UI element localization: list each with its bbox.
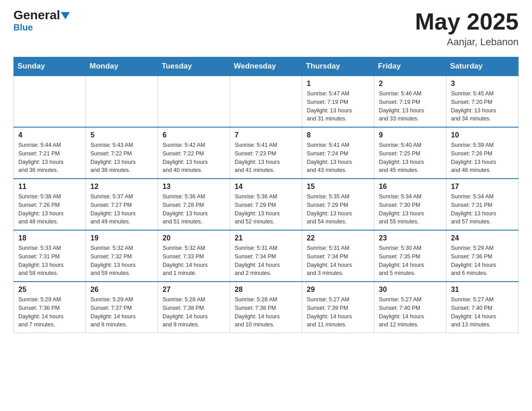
day-info: Sunrise: 5:27 AMSunset: 7:40 PMDaylight:… (379, 295, 442, 329)
calendar-header: SundayMondayTuesdayWednesdayThursdayFrid… (14, 57, 519, 76)
day-info: Sunrise: 5:36 AMSunset: 7:29 PMDaylight:… (235, 193, 297, 226)
calendar-day-cell: 19Sunrise: 5:32 AMSunset: 7:32 PMDayligh… (86, 230, 158, 282)
day-info: Sunrise: 5:31 AMSunset: 7:34 PMDaylight:… (307, 244, 369, 278)
weekday-header-cell: Thursday (302, 57, 374, 76)
logo: General (13, 9, 70, 21)
logo-triangle-icon (61, 12, 70, 19)
calendar-day-cell: 27Sunrise: 5:28 AMSunset: 7:38 PMDayligh… (158, 282, 230, 333)
calendar-day-cell: 23Sunrise: 5:30 AMSunset: 7:35 PMDayligh… (374, 230, 446, 282)
calendar-day-cell: 10Sunrise: 5:39 AMSunset: 7:26 PMDayligh… (446, 127, 519, 179)
day-info: Sunrise: 5:35 AMSunset: 7:29 PMDaylight:… (307, 193, 369, 226)
calendar-day-cell: 16Sunrise: 5:34 AMSunset: 7:30 PMDayligh… (374, 179, 446, 230)
day-number: 5 (90, 131, 153, 139)
day-number: 21 (235, 234, 297, 242)
day-info: Sunrise: 5:29 AMSunset: 7:36 PMDaylight:… (18, 295, 81, 329)
calendar-day-cell (230, 76, 302, 127)
calendar-day-cell: 4Sunrise: 5:44 AMSunset: 7:21 PMDaylight… (14, 127, 86, 179)
weekday-header-cell: Friday (374, 57, 446, 76)
calendar-day-cell: 30Sunrise: 5:27 AMSunset: 7:40 PMDayligh… (374, 282, 446, 333)
day-number: 31 (451, 286, 514, 294)
day-info: Sunrise: 5:43 AMSunset: 7:22 PMDaylight:… (90, 141, 153, 175)
day-number: 14 (235, 183, 297, 191)
logo-area: General Blue (13, 9, 70, 33)
day-number: 8 (307, 131, 369, 139)
calendar-week-row: 25Sunrise: 5:29 AMSunset: 7:36 PMDayligh… (14, 282, 519, 333)
calendar-day-cell: 31Sunrise: 5:27 AMSunset: 7:40 PMDayligh… (446, 282, 519, 333)
day-number: 17 (451, 183, 514, 191)
calendar-week-row: 18Sunrise: 5:33 AMSunset: 7:31 PMDayligh… (14, 230, 519, 282)
calendar-day-cell: 6Sunrise: 5:42 AMSunset: 7:22 PMDaylight… (158, 127, 230, 179)
day-number: 29 (307, 286, 369, 294)
day-info: Sunrise: 5:29 AMSunset: 7:36 PMDaylight:… (451, 244, 514, 278)
calendar-day-cell: 17Sunrise: 5:34 AMSunset: 7:31 PMDayligh… (446, 179, 519, 230)
calendar-day-cell: 29Sunrise: 5:27 AMSunset: 7:39 PMDayligh… (302, 282, 374, 333)
calendar-day-cell: 20Sunrise: 5:32 AMSunset: 7:33 PMDayligh… (158, 230, 230, 282)
day-info: Sunrise: 5:34 AMSunset: 7:30 PMDaylight:… (379, 193, 442, 226)
calendar-day-cell: 7Sunrise: 5:41 AMSunset: 7:23 PMDaylight… (230, 127, 302, 179)
day-info: Sunrise: 5:34 AMSunset: 7:31 PMDaylight:… (451, 193, 514, 226)
calendar-week-row: 4Sunrise: 5:44 AMSunset: 7:21 PMDaylight… (14, 127, 519, 179)
calendar-day-cell: 1Sunrise: 5:47 AMSunset: 7:19 PMDaylight… (302, 76, 374, 127)
calendar-body: 1Sunrise: 5:47 AMSunset: 7:19 PMDaylight… (14, 76, 519, 333)
weekday-header-cell: Saturday (446, 57, 519, 76)
day-info: Sunrise: 5:42 AMSunset: 7:22 PMDaylight:… (163, 141, 225, 175)
day-number: 6 (163, 131, 225, 139)
calendar-day-cell: 21Sunrise: 5:31 AMSunset: 7:34 PMDayligh… (230, 230, 302, 282)
calendar-day-cell (86, 76, 158, 127)
calendar-day-cell: 9Sunrise: 5:40 AMSunset: 7:25 PMDaylight… (374, 127, 446, 179)
day-number: 4 (18, 131, 81, 139)
calendar-day-cell: 15Sunrise: 5:35 AMSunset: 7:29 PMDayligh… (302, 179, 374, 230)
location-subtitle: Aanjar, Lebanon (415, 36, 519, 48)
calendar-day-cell (14, 76, 86, 127)
day-info: Sunrise: 5:45 AMSunset: 7:20 PMDaylight:… (451, 90, 514, 123)
calendar-day-cell: 22Sunrise: 5:31 AMSunset: 7:34 PMDayligh… (302, 230, 374, 282)
calendar-table: SundayMondayTuesdayWednesdayThursdayFrid… (13, 57, 519, 333)
calendar-week-row: 1Sunrise: 5:47 AMSunset: 7:19 PMDaylight… (14, 76, 519, 127)
calendar-day-cell: 5Sunrise: 5:43 AMSunset: 7:22 PMDaylight… (86, 127, 158, 179)
day-number: 25 (18, 286, 81, 294)
day-info: Sunrise: 5:37 AMSunset: 7:27 PMDaylight:… (90, 193, 153, 226)
page-header: General Blue May 2025 Aanjar, Lebanon (13, 9, 519, 48)
calendar-day-cell: 14Sunrise: 5:36 AMSunset: 7:29 PMDayligh… (230, 179, 302, 230)
day-info: Sunrise: 5:27 AMSunset: 7:39 PMDaylight:… (307, 295, 369, 329)
day-number: 24 (451, 234, 514, 242)
weekday-header-cell: Tuesday (158, 57, 230, 76)
weekday-header-cell: Sunday (14, 57, 86, 76)
day-number: 28 (235, 286, 297, 294)
day-number: 12 (90, 183, 153, 191)
day-number: 15 (307, 183, 369, 191)
day-info: Sunrise: 5:31 AMSunset: 7:34 PMDaylight:… (235, 244, 297, 278)
day-info: Sunrise: 5:40 AMSunset: 7:25 PMDaylight:… (379, 141, 442, 175)
day-info: Sunrise: 5:28 AMSunset: 7:38 PMDaylight:… (235, 295, 297, 329)
calendar-day-cell: 8Sunrise: 5:41 AMSunset: 7:24 PMDaylight… (302, 127, 374, 179)
weekday-header-cell: Wednesday (230, 57, 302, 76)
calendar-day-cell: 11Sunrise: 5:38 AMSunset: 7:26 PMDayligh… (14, 179, 86, 230)
day-info: Sunrise: 5:47 AMSunset: 7:19 PMDaylight:… (307, 90, 369, 123)
day-info: Sunrise: 5:28 AMSunset: 7:38 PMDaylight:… (163, 295, 225, 329)
day-number: 9 (379, 131, 442, 139)
calendar-day-cell: 3Sunrise: 5:45 AMSunset: 7:20 PMDaylight… (446, 76, 519, 127)
day-number: 22 (307, 234, 369, 242)
calendar-day-cell: 18Sunrise: 5:33 AMSunset: 7:31 PMDayligh… (14, 230, 86, 282)
day-info: Sunrise: 5:29 AMSunset: 7:37 PMDaylight:… (90, 295, 153, 329)
day-info: Sunrise: 5:32 AMSunset: 7:33 PMDaylight:… (163, 244, 225, 278)
day-number: 30 (379, 286, 442, 294)
day-number: 2 (379, 80, 442, 88)
day-info: Sunrise: 5:30 AMSunset: 7:35 PMDaylight:… (379, 244, 442, 278)
calendar-day-cell: 12Sunrise: 5:37 AMSunset: 7:27 PMDayligh… (86, 179, 158, 230)
day-number: 27 (163, 286, 225, 294)
calendar-day-cell: 26Sunrise: 5:29 AMSunset: 7:37 PMDayligh… (86, 282, 158, 333)
day-number: 7 (235, 131, 297, 139)
day-number: 13 (163, 183, 225, 191)
calendar-day-cell: 24Sunrise: 5:29 AMSunset: 7:36 PMDayligh… (446, 230, 519, 282)
day-info: Sunrise: 5:46 AMSunset: 7:19 PMDaylight:… (379, 90, 442, 123)
weekday-header-cell: Monday (86, 57, 158, 76)
day-info: Sunrise: 5:41 AMSunset: 7:24 PMDaylight:… (307, 141, 369, 175)
day-number: 16 (379, 183, 442, 191)
day-number: 23 (379, 234, 442, 242)
day-info: Sunrise: 5:44 AMSunset: 7:21 PMDaylight:… (18, 141, 81, 175)
calendar-day-cell: 13Sunrise: 5:36 AMSunset: 7:28 PMDayligh… (158, 179, 230, 230)
logo-blue-text: Blue (13, 22, 33, 33)
day-info: Sunrise: 5:39 AMSunset: 7:26 PMDaylight:… (451, 141, 514, 175)
day-number: 26 (90, 286, 153, 294)
